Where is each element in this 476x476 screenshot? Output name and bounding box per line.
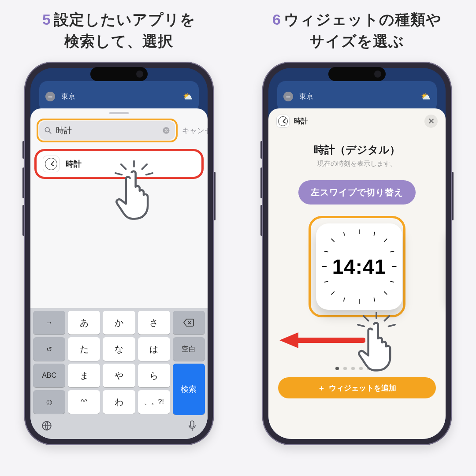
- globe-icon[interactable]: [41, 420, 52, 435]
- search-result-clock[interactable]: 時計: [37, 151, 201, 177]
- widget-preview-digital-clock[interactable]: 14:41: [316, 223, 402, 310]
- page-dot[interactable]: [351, 367, 355, 370]
- svg-rect-9: [190, 421, 194, 427]
- page-dots[interactable]: [268, 367, 446, 370]
- japanese-keyboard[interactable]: → あ か さ ↺ た な は: [30, 308, 208, 439]
- search-result-label: 時計: [66, 159, 82, 169]
- backspace-icon: [183, 318, 194, 327]
- step-6-heading: 6ウィジェットの種類や サイズを選ぶ: [272, 9, 442, 57]
- swipe-left-arrow-icon: [277, 331, 365, 349]
- step-5-number: 5: [42, 11, 51, 28]
- step-5-column: 5設定したいアプリを 検索して、選択 – 東京 ⛅: [0, 0, 238, 476]
- key-wa[interactable]: わ: [103, 390, 135, 414]
- key-ya[interactable]: や: [103, 364, 135, 387]
- svg-line-20: [344, 298, 345, 301]
- remove-widget-icon[interactable]: –: [283, 92, 293, 101]
- key-undo[interactable]: ↺: [33, 337, 65, 361]
- page-dot[interactable]: [359, 367, 363, 370]
- svg-line-15: [384, 239, 387, 242]
- search-sheet: キャンセル 時計: [30, 108, 208, 439]
- search-input[interactable]: [56, 126, 158, 135]
- highlight-search: [37, 119, 178, 142]
- cancel-button[interactable]: キャンセル: [182, 126, 208, 136]
- phone-frame-left: – 東京 ⛅: [24, 62, 214, 445]
- svg-line-24: [390, 251, 394, 252]
- mic-icon[interactable]: [187, 420, 197, 435]
- key-space[interactable]: 空白: [173, 337, 205, 361]
- svg-marker-27: [279, 332, 298, 348]
- phone-frame-right: – 東京 ⛅ 時計 ✕ 時計（デジタル） 現在の時刻を表示します。: [262, 62, 452, 445]
- svg-line-31: [358, 325, 364, 327]
- svg-line-14: [331, 239, 335, 242]
- swipe-hint-pill: 左スワイプで切り替え: [298, 180, 416, 205]
- svg-line-18: [344, 232, 345, 236]
- step-5-heading: 5設定したいアプリを 検索して、選択: [42, 9, 196, 57]
- svg-line-19: [374, 232, 375, 236]
- svg-point-0: [45, 127, 49, 132]
- key-ta[interactable]: た: [68, 337, 100, 361]
- highlight-widget-preview: 14:41: [309, 216, 405, 317]
- svg-line-17: [384, 291, 387, 294]
- key-a[interactable]: あ: [68, 311, 100, 335]
- svg-line-23: [324, 281, 328, 282]
- dynamic-island: [90, 67, 148, 81]
- add-widget-button[interactable]: ＋ ウィジェットを追加: [278, 377, 436, 398]
- weather-city: 東京: [61, 92, 75, 101]
- picker-app-name: 時計: [294, 117, 308, 126]
- clock-ticks-icon: [320, 228, 398, 305]
- remove-widget-icon[interactable]: –: [45, 92, 55, 101]
- sheet-grabber[interactable]: [109, 112, 129, 114]
- widget-title: 時計（デジタル）: [268, 143, 446, 157]
- clock-app-icon: [43, 156, 60, 172]
- svg-line-22: [324, 251, 328, 252]
- clock-app-icon: [276, 115, 290, 128]
- page-dot[interactable]: [375, 367, 379, 370]
- key-ka[interactable]: か: [103, 311, 135, 335]
- background-weather-widget: – 東京 ⛅: [277, 81, 437, 112]
- add-widget-label: ウィジェットを追加: [329, 383, 396, 393]
- key-ra[interactable]: ら: [138, 364, 170, 387]
- picker-app-row: 時計: [276, 115, 308, 128]
- key-abc[interactable]: ABC: [33, 364, 65, 387]
- page-dot[interactable]: [343, 367, 347, 370]
- key-sa[interactable]: さ: [138, 311, 170, 335]
- key-ma[interactable]: ま: [68, 364, 100, 387]
- key-caret[interactable]: ^^: [68, 390, 100, 414]
- key-punct[interactable]: 、。?!: [138, 390, 170, 414]
- background-weather-widget: – 東京 ⛅: [39, 81, 199, 112]
- key-emoji[interactable]: ☺: [33, 390, 65, 414]
- widget-subtitle: 現在の時刻を表示します。: [268, 160, 446, 168]
- dynamic-island: [328, 67, 386, 81]
- svg-line-25: [390, 281, 394, 282]
- phone-screen-right: – 東京 ⛅ 時計 ✕ 時計（デジタル） 現在の時刻を表示します。: [268, 68, 446, 439]
- weather-icon: ⛅: [183, 92, 193, 101]
- step-6-text: ウィジェットの種類や サイズを選ぶ: [284, 11, 442, 49]
- svg-line-16: [331, 291, 335, 294]
- phone-screen-left: – 東京 ⛅: [30, 68, 208, 439]
- page-dot[interactable]: [367, 367, 371, 370]
- key-delete[interactable]: [173, 311, 205, 335]
- search-icon: [44, 126, 52, 135]
- close-button[interactable]: ✕: [424, 115, 438, 128]
- svg-line-21: [374, 298, 375, 301]
- key-next[interactable]: →: [33, 311, 65, 335]
- key-na[interactable]: な: [103, 337, 135, 361]
- step-5-text: 設定したいアプリを 検索して、選択: [54, 11, 196, 49]
- clear-icon[interactable]: [162, 126, 171, 135]
- step-6-column: 6ウィジェットの種類や サイズを選ぶ – 東京 ⛅ 時計: [238, 0, 476, 476]
- weather-city: 東京: [299, 92, 313, 101]
- svg-line-32: [389, 325, 395, 327]
- svg-line-1: [49, 132, 51, 134]
- key-ha[interactable]: は: [138, 337, 170, 361]
- weather-icon: ⛅: [421, 92, 431, 101]
- page-dot[interactable]: [335, 367, 339, 370]
- search-field[interactable]: [39, 121, 175, 140]
- step-6-number: 6: [272, 11, 281, 28]
- widget-picker-sheet: 時計 ✕ 時計（デジタル） 現在の時刻を表示します。 左スワイプで切り替え: [268, 108, 446, 439]
- plus-icon: ＋: [318, 383, 325, 393]
